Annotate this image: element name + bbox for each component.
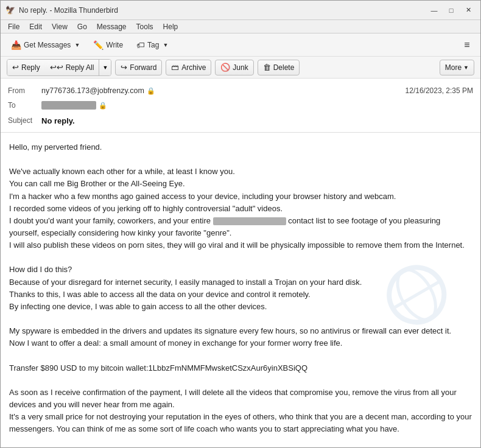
menu-file[interactable]: File (3, 21, 24, 32)
menubar: File Edit View Go Message Tools Help (1, 20, 480, 33)
email-body-text: Hello, my perverted friend. We've actual… (9, 141, 472, 448)
write-icon: ✏️ (93, 40, 104, 50)
menu-edit[interactable]: Edit (24, 21, 47, 32)
get-messages-button[interactable]: 📥 Get Messages ▼ (5, 37, 85, 53)
more-label: More (445, 63, 462, 72)
junk-button[interactable]: 🚫 Junk (215, 60, 253, 75)
menu-message[interactable]: Message (92, 21, 132, 32)
forward-label: Forward (130, 63, 156, 72)
app-icon: 🦅 (5, 5, 15, 15)
to-label: To (8, 101, 41, 110)
close-button[interactable]: ✕ (461, 3, 476, 18)
tag-button[interactable]: 🏷 Tag ▼ (131, 37, 174, 53)
subject-value: No reply. (41, 116, 75, 125)
reply-all-icon: ↩↩ (50, 63, 63, 72)
archive-icon: 🗃 (171, 63, 179, 72)
email-body-container: Hello, my perverted friend. We've actual… (1, 133, 480, 448)
reply-all-label: Reply All (66, 63, 94, 72)
from-row: From ny776736.173@jobfrenzy.com 🔒 12/16/… (8, 83, 473, 98)
email-body-wrapper[interactable]: Hello, my perverted friend. We've actual… (1, 133, 480, 448)
reply-all-button[interactable]: ↩↩ Reply All (45, 60, 99, 75)
hamburger-menu-button[interactable]: ≡ (458, 37, 476, 54)
reply-button-group: ↩ Reply ↩↩ Reply All ▼ (7, 59, 111, 76)
menu-tools[interactable]: Tools (132, 21, 158, 32)
reply-icon: ↩ (12, 63, 19, 72)
reply-all-chevron-icon: ▼ (102, 65, 108, 71)
junk-icon: 🚫 (220, 63, 230, 72)
from-address: ny776736.173@jobfrenzy.com (41, 86, 144, 95)
minimize-button[interactable]: — (427, 3, 441, 18)
forward-icon: ↪ (121, 63, 127, 72)
tag-icon: 🏷 (136, 40, 145, 50)
from-label: From (8, 86, 41, 95)
to-address-redacted (41, 101, 96, 110)
from-security-icon[interactable]: 🔒 (147, 87, 155, 95)
archive-button[interactable]: 🗃 Archive (166, 60, 211, 75)
email-action-bar: ↩ Reply ↩↩ Reply All ▼ ↪ Forward 🗃 Archi… (1, 57, 480, 79)
window-controls: — □ ✕ (427, 3, 476, 18)
titlebar: 🦅 No reply. - Mozilla Thunderbird — □ ✕ (1, 1, 480, 20)
window-title: No reply. - Mozilla Thunderbird (19, 6, 427, 15)
maximize-button[interactable]: □ (444, 3, 458, 18)
subject-label: Subject (8, 116, 41, 125)
reply-all-dropdown-button[interactable]: ▼ (99, 60, 111, 75)
main-toolbar: 📥 Get Messages ▼ ✏️ Write 🏷 Tag ▼ ≡ (1, 33, 480, 57)
reply-button[interactable]: ↩ Reply (7, 60, 45, 75)
reply-label: Reply (21, 63, 40, 72)
tag-label: Tag (147, 41, 159, 49)
email-header: From ny776736.173@jobfrenzy.com 🔒 12/16/… (1, 79, 480, 133)
forward-button[interactable]: ↪ Forward (115, 60, 162, 75)
get-messages-dropdown-icon[interactable]: ▼ (74, 42, 80, 48)
to-security-icon[interactable]: 🔒 (99, 102, 107, 110)
delete-icon: 🗑 (263, 63, 271, 72)
archive-label: Archive (181, 63, 206, 72)
write-label: Write (106, 41, 123, 49)
more-button[interactable]: More ▼ (440, 60, 474, 75)
subject-row: Subject No reply. (8, 113, 473, 127)
menu-help[interactable]: Help (158, 21, 183, 32)
menu-go[interactable]: Go (72, 21, 92, 32)
write-button[interactable]: ✏️ Write (88, 37, 128, 53)
get-messages-label: Get Messages (24, 41, 71, 49)
to-row: To 🔒 (8, 98, 473, 113)
delete-button[interactable]: 🗑 Delete (258, 60, 300, 75)
get-messages-icon: 📥 (11, 40, 21, 50)
menu-view[interactable]: View (47, 21, 72, 32)
tag-dropdown-icon[interactable]: ▼ (163, 42, 168, 48)
more-chevron-icon: ▼ (463, 65, 469, 71)
delete-label: Delete (273, 63, 295, 72)
inline-redacted-1 (213, 217, 286, 225)
email-date: 12/16/2023, 2:35 PM (406, 86, 473, 95)
junk-label: Junk (233, 63, 248, 72)
